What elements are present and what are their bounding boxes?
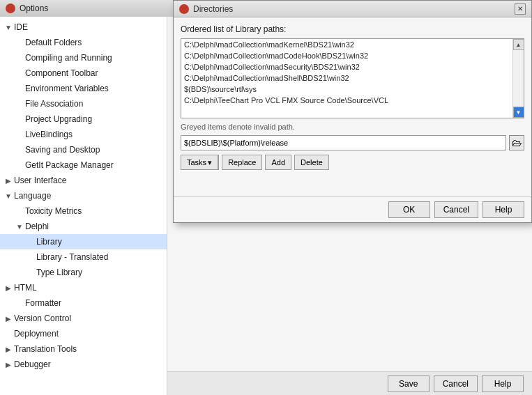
- path-input-row: 🗁: [181, 135, 524, 150]
- sidebar-item-library-translated[interactable]: Library - Translated: [0, 249, 167, 265]
- expander-icon: [25, 236, 36, 247]
- sidebar-item-project-upgrading[interactable]: Project Upgrading: [0, 111, 167, 127]
- sidebar-item-formatter[interactable]: Formatter: [0, 295, 167, 311]
- add-button[interactable]: Add: [265, 155, 291, 170]
- expander-icon: [14, 68, 25, 79]
- path-input-field[interactable]: [181, 135, 506, 150]
- window-title: Options: [20, 3, 48, 13]
- sidebar-item-translation-tools[interactable]: ▶ Translation Tools: [0, 341, 167, 357]
- sidebar-item-label: Compiling and Running: [25, 53, 112, 63]
- sidebar-item-delphi[interactable]: ▼ Delphi: [0, 219, 167, 234]
- expander-icon: [14, 83, 25, 94]
- expander-icon: ▶: [3, 282, 14, 293]
- paths-list-label: Ordered list of Library paths:: [181, 24, 524, 34]
- sidebar-item-default-folders[interactable]: Default Folders: [0, 35, 167, 50]
- sidebar-item-label: LiveBindings: [25, 130, 73, 139]
- sidebar-item-label: Saving and Desktop: [25, 145, 100, 155]
- expander-icon: [25, 251, 36, 263]
- path-item[interactable]: C:\Delphi\TeeChart Pro VCL FMX Source Co…: [181, 95, 512, 106]
- greyed-items-label: Greyed items denote invalid path.: [181, 123, 524, 131]
- dialog-toolbar: Tasks ▾ Replace Add Delete: [181, 155, 524, 170]
- sidebar-item-version-control[interactable]: ▶ Version Control: [0, 311, 167, 326]
- save-button[interactable]: Save: [388, 375, 430, 392]
- sidebar-item-library[interactable]: Library: [0, 234, 167, 249]
- sidebar-item-label: Library: [36, 237, 62, 247]
- scroll-down-button[interactable]: ▼: [513, 107, 524, 118]
- sidebar-item-saving-desktop[interactable]: Saving and Desktop: [0, 142, 167, 157]
- expander-icon: ▼: [3, 22, 14, 33]
- expander-icon: ▼: [3, 190, 14, 201]
- sidebar-item-label: Project Upgrading: [25, 114, 92, 124]
- expander-icon: [14, 144, 25, 155]
- sidebar-item-label: Formatter: [25, 298, 61, 308]
- sidebar-item-label: Type Library: [36, 268, 82, 277]
- sidebar-item-label: Version Control: [14, 313, 71, 323]
- dialog-titlebar-left: Directories: [179, 4, 233, 14]
- expander-icon: [14, 114, 25, 125]
- path-item[interactable]: C:\Delphi\madCollection\madSecurity\BDS2…: [181, 61, 512, 72]
- sidebar-item-user-interface[interactable]: ▶ User Interface: [0, 173, 167, 188]
- expander-icon: [14, 160, 25, 171]
- sidebar-item-getit-package[interactable]: GetIt Package Manager: [0, 157, 167, 173]
- sidebar-tree: ▼ IDE Default Folders Compiling and Runn…: [0, 17, 167, 375]
- sidebar-item-toxicity-metrics[interactable]: Toxicity Metrics: [0, 203, 167, 219]
- delete-button[interactable]: Delete: [294, 155, 329, 170]
- expander-icon: ▶: [3, 175, 14, 186]
- sidebar-item-deployment[interactable]: Deployment: [0, 326, 167, 341]
- dialog-ok-button[interactable]: OK: [388, 201, 430, 218]
- scroll-up-button[interactable]: ▲: [513, 39, 524, 50]
- path-browse-button[interactable]: 🗁: [509, 135, 524, 150]
- expander-icon: [14, 37, 25, 48]
- sidebar-item-label: Language: [14, 191, 51, 201]
- dialog-help-button[interactable]: Help: [482, 201, 524, 218]
- paths-scrollbar: ▲ ▼: [512, 39, 524, 118]
- sidebar-item-livebindings[interactable]: LiveBindings: [0, 127, 167, 142]
- sidebar-item-label: Debugger: [14, 359, 51, 369]
- dialog-footer: OK Cancel Help: [174, 196, 531, 222]
- dialog-cancel-button[interactable]: Cancel: [434, 201, 478, 218]
- cancel-button[interactable]: Cancel: [434, 375, 478, 392]
- path-item[interactable]: C:\Delphi\madCollection\madShell\BDS21\w…: [181, 72, 512, 84]
- expander-icon: [14, 206, 25, 217]
- expander-icon: [14, 297, 25, 309]
- dialog-titlebar: Directories ✕: [174, 1, 531, 17]
- app-icon: [6, 3, 15, 13]
- sidebar-item-environment-variables[interactable]: Environment Variables: [0, 81, 167, 96]
- sidebar-item-label: Library - Translated: [36, 252, 108, 262]
- dialog-title: Directories: [193, 4, 233, 14]
- sidebar-item-file-association[interactable]: File Association: [0, 96, 167, 111]
- sidebar-item-label: Default Folders: [25, 38, 82, 47]
- sidebar-item-type-library[interactable]: Type Library: [0, 265, 167, 280]
- sidebar-item-ide[interactable]: ▼ IDE: [0, 20, 167, 35]
- path-item[interactable]: C:\Delphi\madCollection\madCodeHook\BDS2…: [181, 50, 512, 61]
- sidebar-item-label: HTML: [14, 283, 37, 293]
- expander-icon: ▶: [3, 359, 14, 370]
- sidebar-item-debugger[interactable]: ▶ Debugger: [0, 357, 167, 372]
- sidebar-item-compiling-running[interactable]: Compiling and Running: [0, 50, 167, 65]
- expander-icon: [14, 129, 25, 140]
- sidebar-item-label: Delphi: [25, 222, 49, 231]
- path-item[interactable]: $(BDS)\source\rtl\sys: [181, 84, 512, 95]
- expander-icon: ▼: [14, 221, 25, 232]
- directories-dialog: Directories ✕ Ordered list of Library pa…: [173, 0, 532, 223]
- bottom-toolbar: Save Cancel Help: [167, 371, 532, 395]
- paths-list: C:\Delphi\madCollection\madKernel\BDS21\…: [181, 39, 512, 118]
- expander-icon: [25, 267, 36, 278]
- sidebar-item-component-toolbar[interactable]: Component Toolbar: [0, 65, 167, 81]
- sidebar-item-label: File Association: [25, 99, 83, 109]
- replace-button[interactable]: Replace: [222, 155, 262, 170]
- path-item[interactable]: C:\Delphi\madCollection\madKernel\BDS21\…: [181, 39, 512, 50]
- sidebar-item-label: Environment Variables: [25, 84, 109, 93]
- tasks-button[interactable]: Tasks ▾: [181, 155, 218, 170]
- sidebar-item-label: Component Toolbar: [25, 68, 98, 78]
- help-button[interactable]: Help: [482, 375, 524, 392]
- sidebar-item-label: Toxicity Metrics: [25, 206, 82, 216]
- sidebar-item-label: IDE: [14, 22, 28, 32]
- sidebar-item-label: Deployment: [14, 329, 59, 339]
- dialog-body: Ordered list of Library paths: C:\Delphi…: [174, 17, 531, 196]
- expander-icon: [14, 52, 25, 63]
- dialog-close-button[interactable]: ✕: [515, 3, 526, 15]
- sidebar-item-language[interactable]: ▼ Language: [0, 188, 167, 203]
- sidebar-item-label: User Interface: [14, 176, 66, 185]
- sidebar-item-html[interactable]: ▶ HTML: [0, 280, 167, 295]
